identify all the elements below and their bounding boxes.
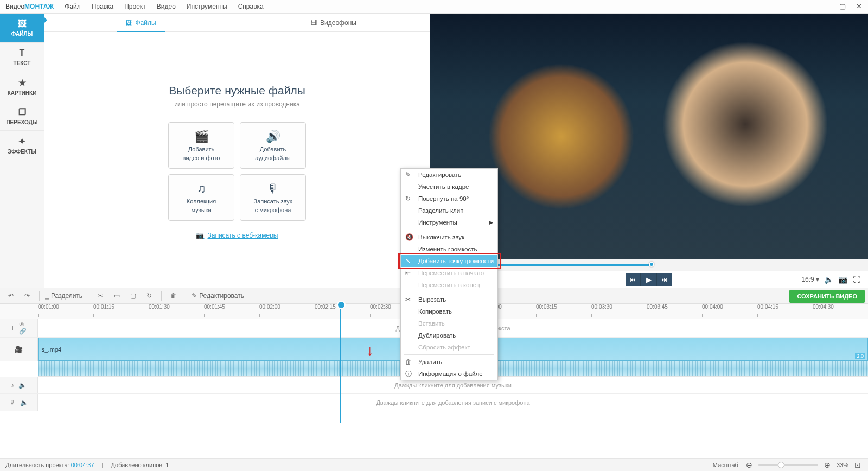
- mic-track-icon: 🎙: [9, 399, 16, 406]
- context-menu-item[interactable]: ↻Повернуть на 90°: [401, 193, 497, 205]
- menu-file[interactable]: Файл: [65, 3, 81, 10]
- zoom-slider[interactable]: [758, 464, 818, 466]
- image-icon: 🖼: [18, 19, 27, 29]
- delete-button[interactable]: 🗑: [167, 289, 180, 302]
- play-button[interactable]: ▶: [641, 273, 657, 286]
- context-menu-item[interactable]: ✂Вырезать: [401, 294, 497, 305]
- mic-track-hint: Дважды кликните для добавления записи с …: [38, 394, 868, 411]
- context-menu-item[interactable]: Инструменты▶: [401, 217, 497, 228]
- menu-project[interactable]: Проект: [124, 3, 146, 10]
- tab-videobg[interactable]: 🎞Видеофоны: [237, 14, 430, 31]
- menu-edit[interactable]: Правка: [92, 3, 114, 10]
- window-controls: — ▢ ✕: [819, 1, 866, 11]
- context-menu-item: Сбросить эффект: [401, 341, 497, 353]
- ruler-tick: 00:04:30: [813, 304, 868, 319]
- cut-button[interactable]: ✂: [94, 289, 107, 302]
- menu-item-icon: ↻: [405, 195, 411, 202]
- rotate-button[interactable]: ↻: [143, 289, 156, 302]
- close-button[interactable]: ✕: [852, 1, 866, 11]
- music-collection-button[interactable]: ♫Коллекциямузыки: [168, 174, 234, 221]
- redo-button[interactable]: ↷: [21, 289, 34, 302]
- split-button[interactable]: ⎯Разделить: [45, 292, 82, 300]
- ruler-tick: 00:01:30: [149, 304, 204, 319]
- mic-track[interactable]: 🎙🔈 Дважды кликните для добавления записи…: [0, 394, 868, 411]
- context-menu-item[interactable]: 🔇Выключить звук: [401, 231, 497, 243]
- tab-files[interactable]: 🖼Файлы: [44, 14, 237, 31]
- context-menu-item[interactable]: Копировать: [401, 305, 497, 317]
- fit-button[interactable]: ⊡: [853, 460, 863, 470]
- context-menu-item[interactable]: ⤡Добавить точку громкости: [401, 255, 497, 267]
- videobg-icon: 🎞: [310, 19, 317, 27]
- record-webcam-link[interactable]: 📷Записать с веб-камеры: [196, 232, 278, 239]
- ruler-tick: 00:03:45: [647, 304, 702, 319]
- menubar: ВидеоМОНТАЖ Файл Правка Проект Видео Инс…: [0, 0, 868, 13]
- aspect-ratio-selector[interactable]: 16:9 ▾: [801, 276, 819, 283]
- dropzone-title: Выберите нужные файлы: [169, 84, 305, 97]
- sidebar-item-text[interactable]: TТЕКСТ: [0, 43, 44, 72]
- menu-tools[interactable]: Инструменты: [187, 3, 227, 10]
- music-icon: ♫: [197, 182, 206, 196]
- playhead[interactable]: [340, 304, 341, 423]
- edit-icon: ✎: [192, 292, 197, 300]
- zoom-in-button[interactable]: ⊕: [822, 460, 832, 470]
- minimize-button[interactable]: —: [819, 1, 833, 11]
- ruler-tick: 00:01:45: [204, 304, 259, 319]
- fullscreen-icon[interactable]: ⛶: [852, 275, 861, 284]
- clip-zoom-badge: 2.0: [855, 353, 865, 359]
- seek-handle[interactable]: [649, 262, 654, 267]
- eye-icon[interactable]: 👁🔗: [19, 321, 27, 335]
- context-menu-item[interactable]: ✎Редактировать: [401, 169, 497, 181]
- zoom-percent: 33%: [837, 462, 848, 468]
- sidebar-item-transitions[interactable]: ❐ПЕРЕХОДЫ: [0, 101, 44, 131]
- volume-icon[interactable]: 🔈: [824, 275, 833, 284]
- context-menu-item[interactable]: Уместить в кадре: [401, 181, 497, 193]
- context-menu-item: Переместить в конец: [401, 279, 497, 291]
- context-menu: ✎РедактироватьУместить в кадре↻Повернуть…: [400, 168, 498, 380]
- transition-icon: ❐: [18, 107, 26, 117]
- sidebar-label: ЭФФЕКТЫ: [8, 149, 36, 155]
- save-video-button[interactable]: СОХРАНИТЬ ВИДЕО: [789, 290, 865, 303]
- context-menu-item: ⇤Переместить в начало: [401, 267, 497, 279]
- center-panel: 🖼Файлы 🎞Видеофоны Выберите нужные файлы …: [44, 14, 430, 288]
- context-menu-item: Вставить: [401, 317, 497, 329]
- sidebar-label: ПЕРЕХОДЫ: [6, 119, 37, 125]
- menu-item-icon: 🗑: [405, 358, 412, 366]
- menu-video[interactable]: Видео: [157, 3, 176, 10]
- undo-button[interactable]: ↶: [4, 289, 17, 302]
- add-audio-button[interactable]: 🔊Добавитьаудиофайлы: [240, 122, 306, 169]
- file-dropzone[interactable]: Выберите нужные файлы или просто перетащ…: [44, 32, 430, 288]
- speaker-icon[interactable]: 🔈: [20, 399, 28, 406]
- context-menu-item[interactable]: Дублировать: [401, 329, 497, 341]
- clips-label: Добавлено клипов: 1: [111, 462, 169, 468]
- zoom-out-button[interactable]: ⊖: [744, 460, 754, 470]
- context-menu-item[interactable]: Разделить клип: [401, 205, 497, 217]
- text-icon: T: [20, 48, 25, 58]
- context-menu-item[interactable]: Изменить громкость: [401, 243, 497, 255]
- next-frame-button[interactable]: ⏭: [657, 273, 672, 286]
- crop-button[interactable]: ▭: [110, 289, 123, 302]
- sidebar-item-images[interactable]: ★КАРТИНКИ: [0, 72, 44, 101]
- context-menu-item[interactable]: ⓘИнформация о файле: [401, 368, 497, 380]
- ruler-tick: 00:04:15: [757, 304, 813, 319]
- snapshot-icon[interactable]: 📷: [838, 275, 847, 284]
- files-icon: 🖼: [125, 19, 132, 27]
- edit-button[interactable]: ✎Редактировать: [192, 292, 244, 300]
- prev-frame-button[interactable]: ⏮: [626, 273, 641, 286]
- video-track-icon: 🎥: [15, 346, 23, 353]
- speaker-icon[interactable]: 🔈: [18, 381, 27, 389]
- record-mic-button[interactable]: 🎙Записать звукс микрофона: [240, 174, 306, 221]
- sidebar-label: КАРТИНКИ: [8, 90, 37, 96]
- maximize-button[interactable]: ▢: [835, 1, 850, 11]
- sidebar-item-files[interactable]: 🖼ФАЙЛЫ: [0, 14, 44, 43]
- context-menu-item[interactable]: 🗑Удалить: [401, 356, 497, 368]
- menu-item-icon: ✂: [405, 296, 411, 303]
- menu-item-icon: ⤡: [405, 257, 411, 265]
- sidebar-item-effects[interactable]: ✦ЭФФЕКТЫ: [0, 131, 44, 160]
- frame-button[interactable]: ▢: [126, 289, 139, 302]
- webcam-icon: 📷: [196, 232, 204, 239]
- add-video-photo-button[interactable]: 🎬Добавитьвидео и фото: [168, 122, 234, 169]
- split-icon: ⎯: [45, 292, 49, 300]
- menu-item-icon: ⇤: [405, 269, 411, 277]
- sidebar-label: ФАЙЛЫ: [11, 31, 33, 37]
- menu-help[interactable]: Справка: [238, 3, 264, 10]
